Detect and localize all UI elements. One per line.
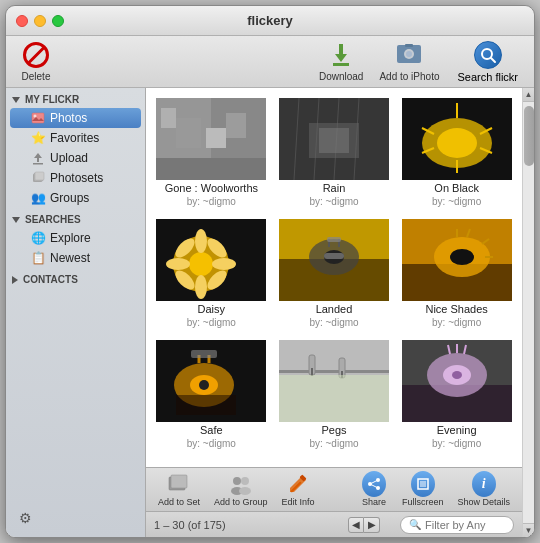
scrollbar-up-button[interactable]: ▲: [523, 88, 535, 102]
maximize-button[interactable]: [52, 15, 64, 27]
svg-rect-23: [161, 108, 176, 128]
titlebar: flickery: [6, 6, 534, 36]
svg-point-46: [195, 275, 207, 299]
delete-button[interactable]: Delete: [14, 37, 58, 86]
svg-rect-57: [324, 253, 344, 259]
add-to-set-button[interactable]: Add to Set: [152, 470, 206, 509]
show-details-button[interactable]: i Show Details: [451, 470, 516, 509]
svg-rect-22: [156, 158, 266, 180]
sidebar-item-favorites[interactable]: ⭐ Favorites: [10, 128, 141, 148]
searches-triangle: [12, 217, 20, 223]
add-to-iphoto-button[interactable]: Add to iPhoto: [373, 37, 445, 86]
photo-cell-landed[interactable]: Landed by: ~digmo: [279, 219, 390, 328]
photo-title-pegs: Pegs: [321, 424, 346, 436]
photo-cell-safe[interactable]: Safe by: ~digmo: [156, 340, 267, 449]
photo-thumb-evening: [402, 340, 512, 422]
svg-line-105: [370, 484, 378, 488]
svg-rect-6: [405, 44, 413, 47]
add-to-group-label: Add to Group: [214, 497, 268, 507]
svg-point-72: [199, 380, 209, 390]
show-details-label: Show Details: [457, 497, 510, 507]
photo-cell-pegs[interactable]: Pegs by: ~digmo: [279, 340, 390, 449]
groups-icon: 👥: [30, 190, 46, 206]
fullscreen-button[interactable]: Fullscreen: [396, 470, 450, 509]
svg-rect-75: [191, 350, 217, 358]
contacts-label: CONTACTS: [23, 274, 78, 285]
contacts-section-header[interactable]: CONTACTS: [6, 268, 145, 288]
svg-point-97: [239, 487, 251, 495]
filter-box[interactable]: 🔍: [400, 516, 514, 534]
sidebar-item-photos[interactable]: Photos: [10, 108, 141, 128]
sidebar-item-upload[interactable]: Upload: [10, 148, 141, 168]
photo-title-landed: Landed: [316, 303, 353, 315]
share-icon: [362, 472, 386, 496]
search-flickr-label: Search flickr: [457, 71, 518, 83]
close-button[interactable]: [16, 15, 28, 27]
edit-info-button[interactable]: Edit Info: [276, 470, 321, 509]
photo-by-evening: by: ~digmo: [432, 438, 481, 449]
svg-rect-107: [420, 481, 426, 487]
scrollbar-down-button[interactable]: ▼: [523, 523, 535, 537]
sidebar-item-photosets[interactable]: Photosets: [10, 168, 141, 188]
upload-icon: [30, 150, 46, 166]
photo-cell-rain[interactable]: Rain by: ~digmo: [279, 98, 390, 207]
toolbar: Delete Download Add: [6, 36, 534, 88]
svg-line-8: [491, 58, 495, 62]
add-to-group-icon: [229, 472, 253, 496]
nav-next-button[interactable]: ▶: [364, 517, 380, 533]
show-details-icon: i: [472, 472, 496, 496]
photo-cell-woolworths[interactable]: Gone : Woolworths by: ~digmo: [156, 98, 267, 207]
svg-rect-83: [279, 375, 389, 422]
photo-by-woolworths: by: ~digmo: [187, 196, 236, 207]
photo-title-niceshades: Nice Shades: [425, 303, 487, 315]
my-flickr-section-header[interactable]: MY FLICKR: [6, 88, 145, 108]
svg-point-45: [195, 229, 207, 253]
bottom-toolbar: Add to Set Add to Group: [146, 467, 522, 511]
photos-icon: [30, 110, 46, 126]
add-to-iphoto-icon: [395, 41, 423, 69]
status-range: 1 – 30 (of 175): [154, 519, 342, 531]
photo-title-onblack: On Black: [434, 182, 479, 194]
explore-icon: 🌐: [30, 230, 46, 246]
minimize-button[interactable]: [34, 15, 46, 27]
svg-marker-1: [335, 54, 347, 62]
photo-title-rain: Rain: [323, 182, 346, 194]
photo-by-safe: by: ~digmo: [187, 438, 236, 449]
photo-cell-niceshades[interactable]: Nice Shades by: ~digmo: [401, 219, 512, 328]
favorites-label: Favorites: [50, 131, 99, 145]
my-flickr-label: MY FLICKR: [25, 94, 79, 105]
newest-label: Newest: [50, 251, 90, 265]
svg-point-94: [233, 477, 241, 485]
filter-input[interactable]: [425, 519, 505, 531]
download-button[interactable]: Download: [313, 37, 369, 86]
add-to-group-button[interactable]: Add to Group: [208, 470, 274, 509]
search-flickr-button[interactable]: Search flickr: [449, 37, 526, 87]
status-bar: 1 – 30 (of 175) ◀ ▶ 🔍: [146, 511, 522, 537]
nav-prev-button[interactable]: ◀: [348, 517, 364, 533]
gear-button[interactable]: ⚙: [14, 507, 36, 529]
delete-label: Delete: [22, 71, 51, 82]
add-to-set-icon: [167, 472, 191, 496]
photo-thumb-daisy: [156, 219, 266, 301]
photo-cell-onblack[interactable]: On Black by: ~digmo: [401, 98, 512, 207]
photo-thumb-onblack: [402, 98, 512, 180]
photo-cell-evening[interactable]: Evening by: ~digmo: [401, 340, 512, 449]
sidebar-item-groups[interactable]: 👥 Groups: [10, 188, 141, 208]
svg-point-95: [241, 477, 249, 485]
svg-point-64: [450, 249, 474, 265]
scrollbar-thumb[interactable]: [524, 106, 534, 166]
sidebar-item-newest[interactable]: 📋 Newest: [10, 248, 141, 268]
svg-point-5: [406, 51, 412, 57]
photo-by-rain: by: ~digmo: [309, 196, 358, 207]
searches-section-header[interactable]: SEARCHES: [6, 208, 145, 228]
share-label: Share: [362, 497, 386, 507]
sidebar-spacer: [6, 288, 145, 503]
photo-cell-daisy[interactable]: Daisy by: ~digmo: [156, 219, 267, 328]
svg-rect-17: [35, 172, 44, 180]
photo-thumb-safe: [156, 340, 266, 422]
sidebar-item-explore[interactable]: 🌐 Explore: [10, 228, 141, 248]
photo-by-pegs: by: ~digmo: [309, 438, 358, 449]
svg-rect-24: [226, 113, 246, 138]
svg-rect-60: [327, 237, 341, 242]
share-button[interactable]: Share: [354, 470, 394, 509]
